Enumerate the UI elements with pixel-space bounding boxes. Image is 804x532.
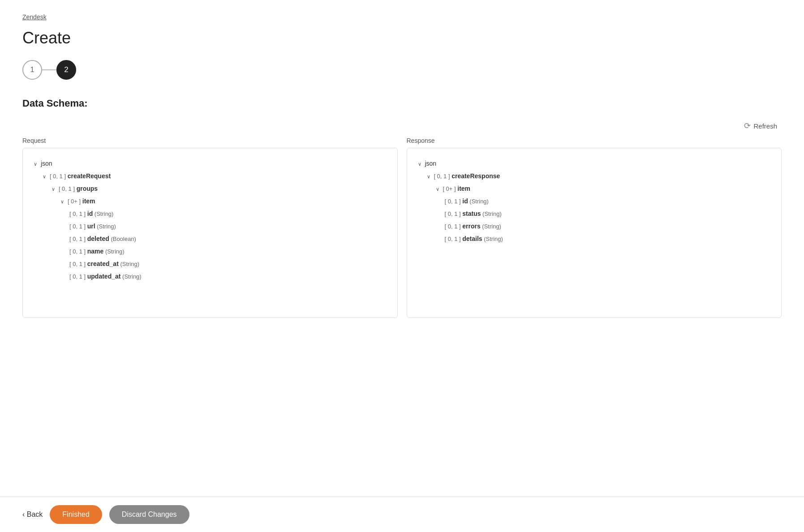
caret-groups[interactable]: ∨ (52, 184, 55, 194)
step-connector (42, 69, 56, 70)
tree-item: [ 0, 1 ] id (String) (34, 207, 387, 220)
tree-item: [ 0, 1 ] created_at (String) (34, 257, 387, 270)
tree-item: [ 0, 1 ] updated_at (String) (34, 270, 387, 283)
tree-item: [ 0, 1 ] id (String) (418, 195, 771, 207)
page-title: Create (22, 29, 782, 47)
request-label: Request (22, 137, 398, 144)
tree-item: ∨ json (418, 157, 771, 170)
tree-item: [ 0, 1 ] errors (String) (418, 220, 771, 232)
refresh-icon: ⟳ (744, 121, 751, 131)
caret-item-resp[interactable]: ∨ (436, 184, 439, 194)
response-panel: ∨ json ∨ [ 0, 1 ] createResponse ∨ [ 0+ … (407, 148, 782, 318)
page-wrapper: Zendesk Create 1 2 Data Schema: ⟳ Refres… (0, 0, 804, 532)
tree-item: ∨ [ 0, 1 ] createResponse (418, 170, 771, 182)
bottom-bar: ‹ Back Finished Discard Changes (0, 497, 804, 532)
node-label: json (41, 160, 52, 167)
refresh-button[interactable]: ⟳ Refresh (740, 118, 782, 133)
tree-item: ∨ [ 0, 1 ] createRequest (34, 170, 387, 182)
tree-item: ∨ [ 0, 1 ] groups (34, 182, 387, 195)
caret-createrequest[interactable]: ∨ (43, 172, 46, 181)
finished-button[interactable]: Finished (50, 505, 102, 524)
discard-changes-button[interactable]: Discard Changes (109, 505, 189, 524)
request-panel: ∨ json ∨ [ 0, 1 ] createRequest ∨ [ 0, 1… (22, 148, 398, 318)
schema-area: ⟳ Refresh Request ∨ json ∨ [ 0, 1 ] crea… (22, 118, 782, 318)
panels-row: Request ∨ json ∨ [ 0, 1 ] createRequest … (22, 137, 782, 318)
section-title: Data Schema: (22, 98, 782, 109)
caret-json-resp[interactable]: ∨ (418, 159, 421, 169)
stepper: 1 2 (22, 60, 782, 80)
caret-json-req[interactable]: ∨ (34, 159, 37, 169)
tree-item: [ 0, 1 ] deleted (Boolean) (34, 232, 387, 245)
tree-item: [ 0, 1 ] details (String) (418, 232, 771, 245)
breadcrumb[interactable]: Zendesk (22, 13, 782, 21)
tree-item: [ 0, 1 ] name (String) (34, 245, 387, 257)
refresh-row: ⟳ Refresh (22, 118, 782, 133)
tree-item: [ 0, 1 ] url (String) (34, 220, 387, 232)
response-panel-section: Response ∨ json ∨ [ 0, 1 ] createRespons… (407, 137, 782, 318)
tree-item: ∨ [ 0+ ] item (34, 195, 387, 207)
tree-item: [ 0, 1 ] status (String) (418, 207, 771, 220)
tree-item: ∨ [ 0+ ] item (418, 182, 771, 195)
request-panel-section: Request ∨ json ∨ [ 0, 1 ] createRequest … (22, 137, 398, 318)
caret-createresponse[interactable]: ∨ (427, 172, 430, 181)
response-label: Response (407, 137, 782, 144)
caret-item-req[interactable]: ∨ (60, 197, 64, 206)
tree-item: ∨ json (34, 157, 387, 170)
back-button[interactable]: ‹ Back (22, 511, 43, 519)
step-2[interactable]: 2 (56, 60, 76, 80)
step-1[interactable]: 1 (22, 60, 42, 80)
node-label: json (425, 160, 436, 167)
